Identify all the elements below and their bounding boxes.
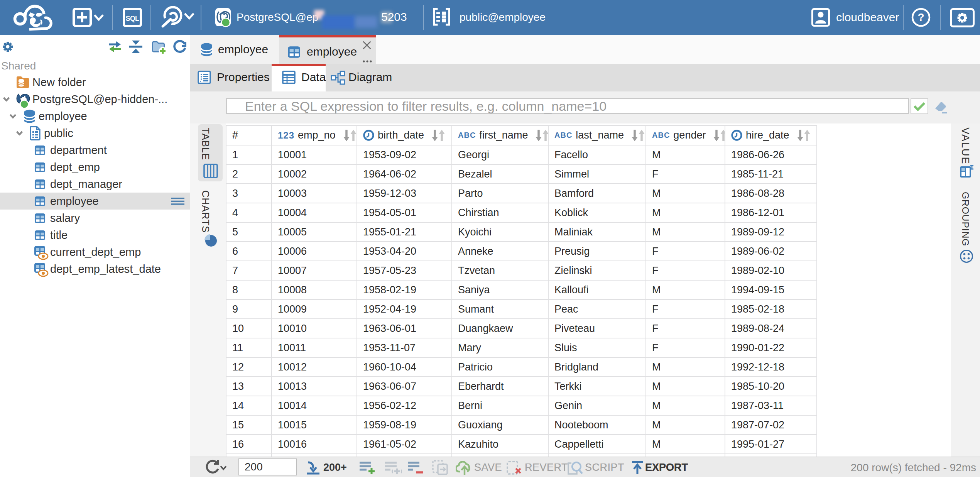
svg-text:?: ? bbox=[917, 11, 924, 23]
svg-text:SQL: SQL bbox=[126, 15, 139, 22]
